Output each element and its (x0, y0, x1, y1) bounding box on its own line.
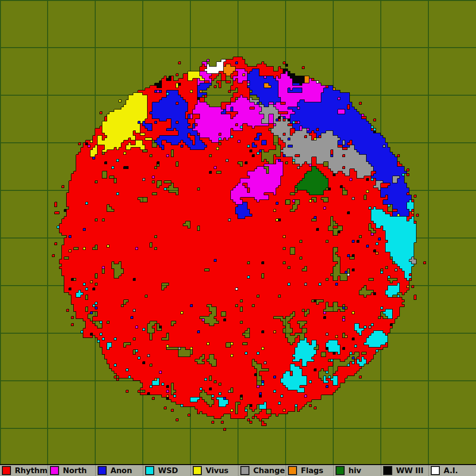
legend-item-wsd: WSD (143, 465, 190, 476)
faction-label: WW III (396, 466, 424, 475)
legend-item-hiv: hiv (333, 465, 381, 476)
faction-color-swatch (193, 466, 202, 475)
faction-color-swatch (383, 466, 392, 475)
faction-label: A.I. (444, 466, 458, 475)
faction-label: hiv (348, 466, 361, 475)
faction-color-swatch (2, 466, 11, 475)
faction-label: Vivus (206, 466, 228, 475)
legend-item-ww-iii: WW III (381, 465, 428, 476)
faction-color-swatch (240, 466, 249, 475)
legend-item-vivus: Vivus (190, 465, 238, 476)
faction-color-swatch (50, 466, 59, 475)
faction-color-swatch (288, 466, 297, 475)
legend-item-a-i-: A.I. (428, 465, 476, 476)
faction-label: Anon (110, 466, 132, 475)
faction-label: North (63, 466, 87, 475)
legend-item-north: North (48, 465, 95, 476)
world-map-canvas[interactable] (0, 0, 476, 476)
faction-label: Change (253, 466, 285, 475)
faction-label: WSD (158, 466, 178, 475)
legend-item-change: Change (238, 465, 286, 476)
legend-item-rhythm: Rhythm (0, 465, 48, 476)
legend-item-anon: Anon (95, 465, 143, 476)
game-viewport: RhythmNorthAnonWSDVivusChangeFlagshivWW … (0, 0, 476, 476)
faction-color-swatch (98, 466, 107, 475)
legend-bar: RhythmNorthAnonWSDVivusChangeFlagshivWW … (0, 464, 476, 476)
faction-label: Rhythm (15, 466, 48, 475)
faction-color-swatch (145, 466, 154, 475)
faction-label: Flags (301, 466, 323, 475)
faction-color-swatch (431, 466, 440, 475)
faction-color-swatch (336, 466, 345, 475)
legend-item-flags: Flags (286, 465, 333, 476)
